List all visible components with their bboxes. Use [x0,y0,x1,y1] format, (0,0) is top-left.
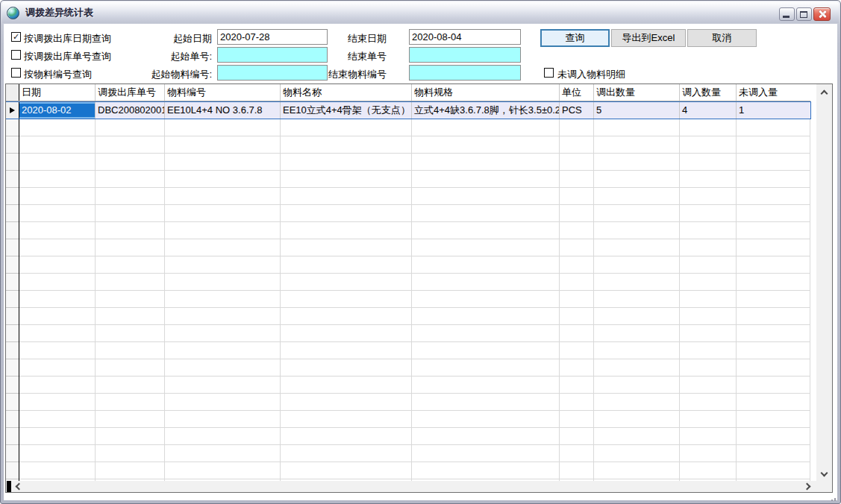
column-header-unit[interactable]: 单位 [559,84,593,101]
window-controls [779,7,831,21]
chevron-up-icon[interactable] [821,90,828,98]
end-material-label: 结束物料编号 [284,68,387,81]
cell-order-no[interactable]: DBC200802001 [95,102,164,119]
app-window: 调拨差异统计表 按调拨出库日期查询 按调拨出库单号查询 按物料编号查询 起始日期… [0,0,841,504]
grid-column-line [593,119,594,481]
checkbox-query-by-order[interactable] [11,50,21,60]
column-header-qty-out[interactable]: 调出数量 [593,84,679,101]
column-header-date[interactable]: 日期 [19,84,95,101]
grid-empty-rows [6,119,810,481]
table-row-selected[interactable]: 2020-08-02 DBC200802001 EE10L4+4 NO 3.6.… [6,101,811,119]
row-indicator-icon [10,107,15,113]
grid-column-line [679,119,680,481]
titlebar[interactable]: 调拨差异统计表 [2,2,839,23]
column-header-material-no[interactable]: 物料编号 [164,84,280,101]
checkbox-query-by-date-label: 按调拨出库日期查询 [24,32,111,45]
start-order-label: 起始单号: [113,50,212,63]
start-date-label: 起始日期 [113,32,212,45]
data-grid: 日期 调拨出库单号 物料编号 物料名称 物料规格 单位 调出数量 调入数量 未调… [5,84,833,493]
checkbox-not-transferred-detail-label: 未调入物料明细 [557,68,625,81]
window-title: 调拨差异统计表 [25,6,93,19]
resize-grip[interactable] [834,498,836,500]
grid-column-line [559,119,560,481]
cell-date-selected[interactable]: 2020-08-02 [19,102,95,119]
column-header-material-name[interactable]: 物料名称 [280,84,411,101]
horizontal-scrollbar[interactable] [6,481,816,492]
horizontal-scrollbar-thumb[interactable] [7,481,11,492]
grid-column-line [164,119,165,481]
globe-icon [7,7,19,19]
chevron-left-icon[interactable] [16,483,23,491]
maximize-icon [800,11,807,18]
grid-column-line [810,119,810,481]
export-excel-button[interactable]: 导出到Excel [611,29,686,47]
checkbox-not-transferred-detail[interactable] [544,68,554,78]
checkbox-query-by-material[interactable] [11,68,21,78]
cell-qty-in[interactable]: 4 [679,102,736,119]
end-date-input[interactable] [409,29,521,45]
chevron-down-icon[interactable] [821,470,828,477]
minimize-icon [783,16,790,18]
grid-row-header-strip [6,119,19,481]
cell-qty-out[interactable]: 5 [593,102,679,119]
scrollbar-corner [816,481,832,492]
grid-corner-cell [6,84,19,101]
row-header-cell [6,102,19,119]
cell-unit[interactable]: PCS [559,102,593,119]
grid-column-line [280,119,281,481]
maximize-button[interactable] [796,7,812,21]
end-order-label: 结束单号 [284,50,387,63]
grid-header-row: 日期 调拨出库单号 物料编号 物料名称 物料规格 单位 调出数量 调入数量 未调… [6,84,810,101]
cell-material-no[interactable]: EE10L4+4 NO 3.6.7.8 [164,102,280,119]
column-header-qty-in[interactable]: 调入数量 [679,84,736,101]
cell-material-spec[interactable]: 立式4+4缺3.6.7.8脚，针长3.5±0.2M [411,102,559,119]
column-header-material-spec[interactable]: 物料规格 [411,84,559,101]
chevron-right-icon[interactable] [804,483,811,491]
grid-column-line [736,119,737,481]
cell-material-name[interactable]: EE10立式4+4骨架（无支点） [280,102,411,119]
close-icon [818,10,827,19]
query-button[interactable]: 查询 [540,29,610,47]
checkbox-query-by-date[interactable] [11,32,21,42]
cancel-button[interactable]: 取消 [687,29,757,47]
grid-column-line [95,119,96,481]
minimize-button[interactable] [779,7,795,21]
cell-qty-missing[interactable]: 1 [736,102,810,119]
column-header-qty-missing[interactable]: 未调入量 [736,84,810,101]
column-header-order-no[interactable]: 调拨出库单号 [95,84,164,101]
checkbox-query-by-order-label: 按调拨出库单号查询 [24,50,111,63]
end-material-input[interactable] [409,65,521,81]
end-date-label: 结束日期 [284,32,387,45]
vertical-scrollbar[interactable] [816,84,832,481]
grid-column-line [411,119,412,481]
start-material-label: 起始物料编号: [113,68,212,81]
checkbox-query-by-material-label: 按物料编号查询 [24,68,92,81]
end-order-input[interactable] [409,47,521,63]
close-button[interactable] [813,7,831,21]
